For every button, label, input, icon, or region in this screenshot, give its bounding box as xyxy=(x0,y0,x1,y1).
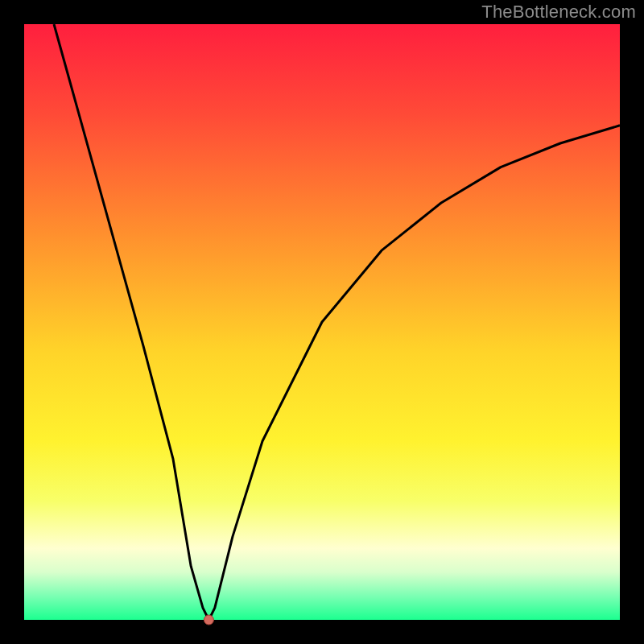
bottleneck-plot xyxy=(0,0,644,644)
watermark-text: TheBottleneck.com xyxy=(481,2,636,23)
chart-frame: TheBottleneck.com xyxy=(0,0,644,644)
minimum-marker xyxy=(204,615,213,625)
